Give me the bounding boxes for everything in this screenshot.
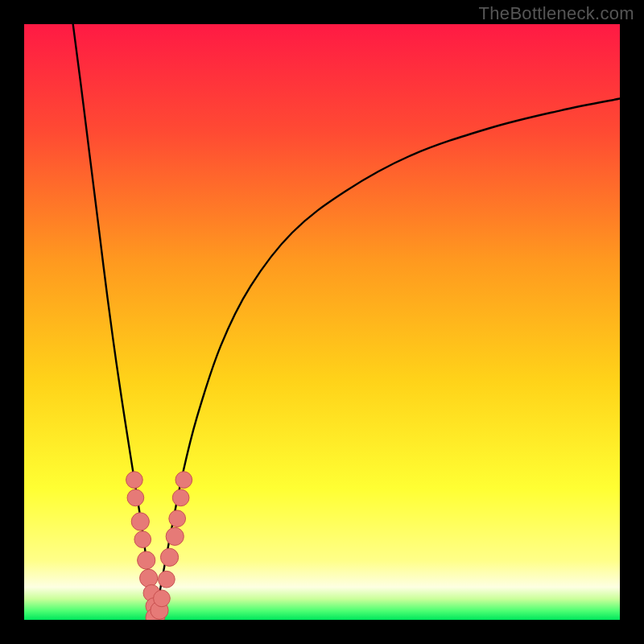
data-dot bbox=[126, 472, 143, 489]
data-dots bbox=[126, 472, 192, 620]
curve-right-branch bbox=[155, 99, 620, 621]
data-dot bbox=[175, 472, 192, 489]
data-dot bbox=[166, 527, 184, 545]
data-dot bbox=[131, 513, 149, 530]
curve-layer bbox=[24, 24, 620, 620]
data-dot bbox=[154, 590, 171, 607]
chart-frame: TheBottleneck.com bbox=[0, 0, 644, 644]
data-dot bbox=[140, 569, 158, 587]
data-dot bbox=[169, 510, 186, 527]
data-dot bbox=[172, 489, 189, 506]
data-dot bbox=[127, 489, 144, 506]
data-dot bbox=[160, 548, 178, 566]
data-dot bbox=[138, 551, 155, 569]
data-dot bbox=[159, 571, 175, 588]
data-dot bbox=[134, 531, 151, 548]
watermark-text: TheBottleneck.com bbox=[479, 3, 634, 24]
plot-area bbox=[24, 24, 620, 620]
